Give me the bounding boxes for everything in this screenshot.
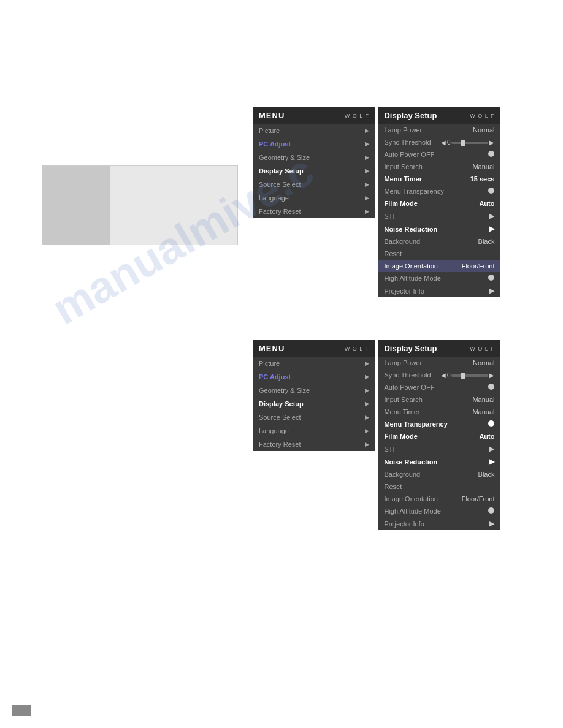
- bottom-display-panel: Display Setup W O L F Lamp Power Normal …: [378, 340, 500, 530]
- top-display-highaltitude-label: High Altitude Mode: [384, 275, 488, 282]
- bottom-menu-item-language[interactable]: Language ▶: [253, 424, 375, 438]
- bottom-display-autopoweroff-value: [488, 384, 494, 391]
- bottom-menu-item-geometry-label: Geometry & Size: [259, 387, 310, 394]
- top-display-inputsearch: Input Search Manual: [378, 161, 500, 173]
- bottom-menu-item-geometry-arrow: ▶: [365, 387, 369, 393]
- top-sync-slider-bar[interactable]: [451, 142, 488, 144]
- bottom-menu-item-factoryreset-label: Factory Reset: [259, 441, 301, 448]
- bottom-display-noisereduction-label: Noise Reduction: [384, 458, 489, 466]
- top-display-projectorinfo-label: Projector Info: [384, 287, 489, 295]
- top-menu-item-language-arrow: ▶: [365, 195, 369, 201]
- preview-right-panel: [110, 166, 237, 245]
- top-display-projectorinfo-arrow: ▶: [489, 287, 494, 295]
- bottom-menu-item-factoryreset[interactable]: Factory Reset ▶: [253, 438, 375, 451]
- top-display-background-value: Black: [478, 238, 495, 245]
- top-display-menutransparency-label: Menu Transparency: [384, 188, 488, 195]
- bottom-display-syncthreshold-slider[interactable]: ◀ 0 ▶: [441, 372, 495, 379]
- bottom-sync-slider-bar[interactable]: [451, 374, 488, 377]
- bottom-display-lamppower-label: Lamp Power: [384, 359, 473, 366]
- bottom-menu-item-factoryreset-arrow: ▶: [365, 441, 369, 447]
- bottom-left-menu-panel: MENU W O L F Picture ▶ PC Adjust ▶ Geome…: [253, 340, 375, 451]
- bottom-display-noisereduction: Noise Reduction ▶: [378, 455, 500, 468]
- top-display-syncthreshold-slider[interactable]: ◀ 0 ▶: [441, 139, 495, 146]
- top-sync-right-arrow[interactable]: ▶: [489, 139, 494, 146]
- top-menu-item-picture-arrow: ▶: [365, 127, 369, 134]
- bottom-display-header-title: Display Setup: [384, 344, 437, 353]
- bottom-display-sti-arrow: ▶: [489, 445, 494, 453]
- top-menu-item-geometry-arrow: ▶: [365, 154, 369, 161]
- bottom-horizontal-rule: [12, 703, 551, 703]
- top-menu-item-displaysetup[interactable]: Display Setup ▶: [253, 164, 375, 178]
- bottom-sync-left-arrow[interactable]: ◀: [441, 372, 446, 379]
- top-display-header: Display Setup W O L F: [378, 107, 500, 124]
- top-display-sti: STI ▶: [378, 210, 500, 222]
- top-menu-header: MENU W O L F: [253, 107, 375, 124]
- top-display-lamppower-label: Lamp Power: [384, 126, 473, 134]
- bottom-menu-item-picture[interactable]: Picture ▶: [253, 357, 375, 370]
- bottom-display-autopoweroff-label: Auto Power OFF: [384, 384, 488, 391]
- top-display-inputsearch-value: Manual: [472, 163, 494, 170]
- top-display-noisereduction-arrow: ▶: [489, 225, 494, 233]
- bottom-display-lamppower-value: Normal: [473, 359, 494, 366]
- bottom-display-projectorinfo: Projector Info ▶: [378, 517, 500, 530]
- top-menu-item-factoryreset-label: Factory Reset: [259, 208, 301, 215]
- top-menu-item-picture[interactable]: Picture ▶: [253, 124, 375, 137]
- top-display-inputsearch-label: Input Search: [384, 163, 472, 170]
- bottom-menu-wolf-logo: W O L F: [345, 346, 369, 352]
- top-menu-item-pcadjust[interactable]: PC Adjust ▶: [253, 137, 375, 151]
- top-menu-item-sourceselect-arrow: ▶: [365, 181, 369, 188]
- top-menu-item-factoryreset[interactable]: Factory Reset ▶: [253, 205, 375, 218]
- bottom-display-sti-label: STI: [384, 446, 489, 453]
- bottom-display-menutimer-value: Manual: [472, 408, 494, 415]
- top-display-noisereduction: Noise Reduction ▶: [378, 222, 500, 235]
- bottom-menu-header: MENU W O L F: [253, 340, 375, 357]
- bottom-menu-item-sourceselect[interactable]: Source Select ▶: [253, 411, 375, 424]
- bottom-autopoweroff-dot: [488, 384, 494, 390]
- top-menu-item-sourceselect[interactable]: Source Select ▶: [253, 178, 375, 191]
- bottom-menu-item-geometry[interactable]: Geometry & Size ▶: [253, 384, 375, 397]
- top-display-reset: Reset: [378, 248, 500, 260]
- top-menu-item-sourceselect-label: Source Select: [259, 181, 301, 188]
- bottom-display-wolf-logo: W O L F: [470, 346, 494, 352]
- top-menu-item-displaysetup-label: Display Setup: [259, 167, 304, 175]
- top-display-header-title: Display Setup: [384, 111, 437, 120]
- bottom-display-syncthreshold: Sync Threshold ◀ 0 ▶: [378, 369, 500, 381]
- bottom-menu-item-displaysetup[interactable]: Display Setup ▶: [253, 397, 375, 411]
- top-menu-item-geometry[interactable]: Geometry & Size ▶: [253, 151, 375, 164]
- top-display-autopoweroff-label: Auto Power OFF: [384, 151, 488, 158]
- bottom-display-menutimer: Menu Timer Manual: [378, 406, 500, 418]
- top-menu-item-language[interactable]: Language ▶: [253, 191, 375, 205]
- top-display-highaltitude: High Altitude Mode: [378, 272, 500, 284]
- bottom-menu-item-language-arrow: ▶: [365, 428, 369, 434]
- bottom-menu-item-language-label: Language: [259, 427, 289, 434]
- bottom-display-lamppower: Lamp Power Normal: [378, 357, 500, 369]
- bottom-display-filmmode: Film Mode Auto: [378, 430, 500, 442]
- bottom-display-menutransparency-label: Menu Transparency: [384, 420, 488, 428]
- top-display-menutransparency-value: [488, 188, 494, 195]
- bottom-display-menutransparency: Menu Transparency: [378, 418, 500, 430]
- top-display-menutimer-label: Menu Timer: [384, 175, 470, 183]
- top-sync-left-arrow[interactable]: ◀: [441, 139, 446, 146]
- bottom-highaltitude-dot: [488, 507, 494, 514]
- top-display-wolf-logo: W O L F: [470, 113, 494, 119]
- top-display-menutimer-value: 15 secs: [470, 175, 495, 183]
- top-display-noisereduction-label: Noise Reduction: [384, 226, 489, 233]
- top-display-filmmode-value: Auto: [479, 200, 494, 207]
- top-display-menutransparency: Menu Transparency: [378, 185, 500, 197]
- top-left-menu-panel: MENU W O L F Picture ▶ PC Adjust ▶ Geome…: [253, 107, 375, 218]
- bottom-menu-section: MENU W O L F Picture ▶ PC Adjust ▶ Geome…: [253, 340, 500, 530]
- bottom-display-reset: Reset: [378, 480, 500, 493]
- top-horizontal-rule: [12, 80, 551, 80]
- top-menutransparency-dot: [488, 188, 494, 194]
- bottom-display-noisereduction-arrow: ▶: [489, 458, 494, 466]
- top-menu-item-factoryreset-arrow: ▶: [365, 208, 369, 214]
- bottom-sync-right-arrow[interactable]: ▶: [489, 372, 494, 379]
- bottom-display-projectorinfo-label: Projector Info: [384, 520, 489, 528]
- bottom-display-menutimer-label: Menu Timer: [384, 408, 472, 415]
- bottom-menu-item-pcadjust[interactable]: PC Adjust ▶: [253, 370, 375, 384]
- top-display-reset-label: Reset: [384, 250, 494, 257]
- top-menu-wolf-logo: W O L F: [345, 113, 369, 119]
- top-display-autopoweroff-value: [488, 151, 494, 158]
- top-menu-item-language-label: Language: [259, 194, 289, 202]
- top-menu-section: MENU W O L F Picture ▶ PC Adjust ▶ Geome…: [253, 107, 500, 297]
